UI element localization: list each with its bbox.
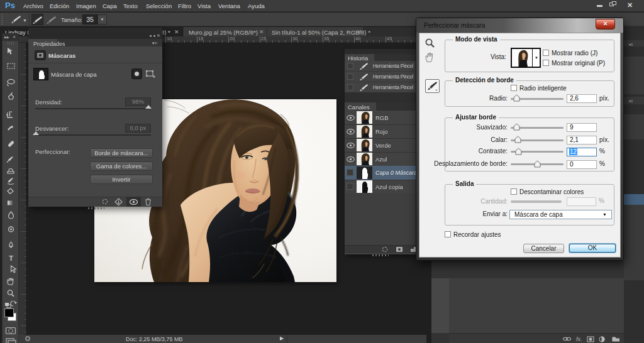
svg-text:fx.: fx. [576, 336, 582, 342]
svg-text:T: T [9, 254, 13, 262]
